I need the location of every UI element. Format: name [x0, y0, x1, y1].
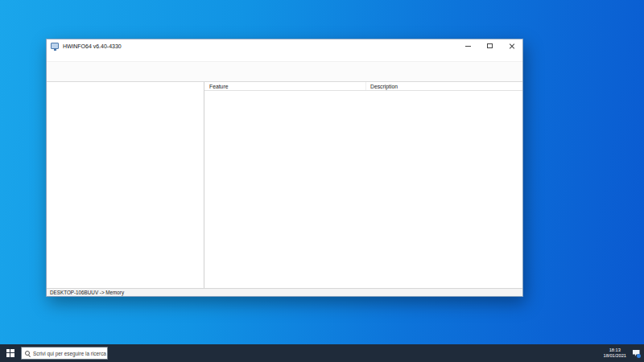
- windows-logo-icon: [6, 349, 14, 357]
- maximize-button[interactable]: [479, 39, 501, 52]
- list-header: Feature Description: [204, 82, 522, 91]
- menu-bar: [47, 52, 522, 62]
- taskbar-search[interactable]: Scrivi qui per eseguire la ricerca: [21, 347, 108, 360]
- action-center-button[interactable]: [630, 344, 642, 362]
- status-bar: DESKTOP-106BUUV -> Memory: [47, 288, 522, 296]
- close-icon: [509, 43, 515, 49]
- search-icon: [25, 351, 30, 356]
- window-title: HWiNFO64 v6.40-4330: [63, 43, 457, 49]
- window-titlebar[interactable]: HWiNFO64 v6.40-4330: [47, 39, 522, 52]
- column-feature[interactable]: Feature: [204, 82, 366, 90]
- system-tray: 18:13 18/01/2021: [600, 344, 644, 362]
- toolbar: [47, 62, 522, 82]
- feature-rows: [204, 91, 522, 288]
- start-button[interactable]: [0, 344, 21, 362]
- search-placeholder: Scrivi qui per eseguire la ricerca: [33, 351, 106, 356]
- notification-badge: [637, 354, 641, 358]
- window-main: Feature Description: [47, 82, 522, 288]
- app-icon: [51, 43, 59, 49]
- feature-list: Feature Description: [204, 82, 522, 288]
- close-button[interactable]: [501, 39, 522, 52]
- device-tree: [47, 82, 204, 288]
- minimize-icon: [465, 46, 471, 47]
- minimize-button[interactable]: [457, 39, 479, 52]
- hwinfo-window: HWiNFO64 v6.40-4330 Feature Description …: [46, 39, 523, 297]
- maximize-icon: [487, 43, 493, 48]
- taskbar-clock[interactable]: 18:13 18/01/2021: [604, 348, 626, 359]
- clock-time: 18:13: [604, 348, 626, 353]
- clock-date: 18/01/2021: [604, 353, 626, 359]
- column-description[interactable]: Description: [366, 84, 398, 89]
- taskbar: Scrivi qui per eseguire la ricerca 18:13…: [0, 344, 644, 362]
